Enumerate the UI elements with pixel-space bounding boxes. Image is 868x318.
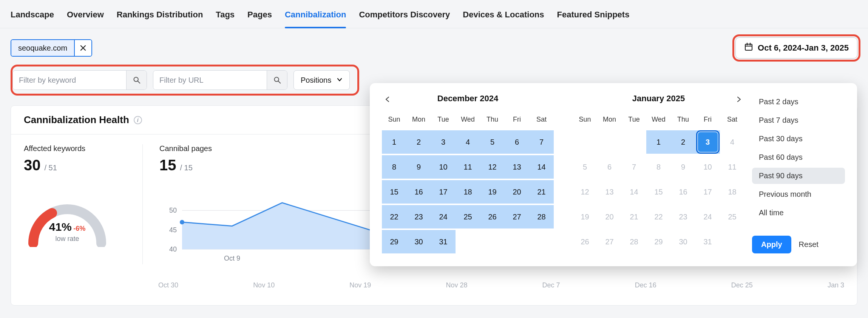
calendar-day: 22 xyxy=(646,205,671,228)
calendar-day[interactable]: 21 xyxy=(529,180,554,204)
search-icon[interactable] xyxy=(126,71,147,90)
calendar-dow: Wed xyxy=(456,113,480,129)
tab-featured-snippets[interactable]: Featured Snippets xyxy=(557,10,630,28)
date-preset[interactable]: Previous month xyxy=(752,186,845,202)
calendar-day[interactable]: 2 xyxy=(671,130,695,154)
calendar-day[interactable]: 9 xyxy=(406,155,431,179)
content-area: Cannibalization Health i Affected keywor… xyxy=(0,105,868,306)
calendar-day[interactable]: 26 xyxy=(480,205,505,228)
svg-text:40: 40 xyxy=(169,245,177,253)
xaxis-tick: Nov 28 xyxy=(446,281,467,289)
calendar-dow: Fri xyxy=(695,113,720,129)
calendar-dow: Wed xyxy=(646,113,671,129)
reset-button[interactable]: Reset xyxy=(799,240,819,249)
filter-keyword-input[interactable] xyxy=(13,71,126,90)
calendar-day[interactable]: 5 xyxy=(480,130,505,154)
date-range-label: Oct 6, 2024-Jan 3, 2025 xyxy=(758,43,849,53)
calendar-day[interactable]: 20 xyxy=(505,180,529,204)
calendar-day: 24 xyxy=(695,205,720,228)
calendar-day[interactable]: 14 xyxy=(529,155,554,179)
calendar-next-button[interactable] xyxy=(733,94,744,105)
calendar-day: 8 xyxy=(646,155,671,179)
filter-bar: Positions xyxy=(11,65,359,96)
positions-select[interactable]: Positions xyxy=(293,70,350,90)
kpi-sub: / 15 xyxy=(180,164,193,172)
calendar-day[interactable]: 17 xyxy=(431,180,456,204)
calendar-day: 14 xyxy=(622,180,646,204)
date-preset[interactable]: Past 30 days xyxy=(752,131,845,147)
calendar-day: 17 xyxy=(695,180,720,204)
svg-text:Oct 9: Oct 9 xyxy=(224,255,240,262)
calendar-day[interactable]: 18 xyxy=(456,180,480,204)
tab-competitors-discovery[interactable]: Competitors Discovery xyxy=(359,10,450,28)
calendar-day: 16 xyxy=(671,180,695,204)
search-icon[interactable] xyxy=(267,71,287,90)
tab-landscape[interactable]: Landscape xyxy=(11,10,54,28)
calendar-day[interactable]: 7 xyxy=(529,130,554,154)
calendar-day[interactable]: 22 xyxy=(382,205,406,228)
calendar-day[interactable]: 27 xyxy=(505,205,529,228)
calendar-prev-button[interactable] xyxy=(382,94,393,105)
calendar-day[interactable]: 25 xyxy=(456,205,480,228)
calendar-day[interactable]: 8 xyxy=(382,155,406,179)
svg-text:50: 50 xyxy=(169,207,177,214)
tab-tags[interactable]: Tags xyxy=(216,10,235,28)
date-preset[interactable]: Past 60 days xyxy=(752,149,845,165)
calendar-day[interactable]: 3 xyxy=(431,130,456,154)
calendar-day: 6 xyxy=(597,155,622,179)
calendar-day[interactable]: 29 xyxy=(382,230,406,253)
tab-cannibalization[interactable]: Cannibalization xyxy=(285,10,346,28)
calendar-day[interactable]: 28 xyxy=(529,205,554,228)
calendar-day: 5 xyxy=(573,155,597,179)
kpi-label: Affected keywords xyxy=(24,144,111,153)
calendar-day[interactable]: 19 xyxy=(480,180,505,204)
kpi-value: 15 xyxy=(159,157,176,174)
calendar-day[interactable]: 30 xyxy=(406,230,431,253)
calendar-day[interactable]: 15 xyxy=(382,180,406,204)
calendar-day: 27 xyxy=(597,230,622,253)
calendar-day[interactable]: 12 xyxy=(480,155,505,179)
calendar-dow: Tue xyxy=(431,113,456,129)
date-preset[interactable]: Past 2 days xyxy=(752,94,845,110)
domain-chip[interactable]: seoquake.com xyxy=(11,39,92,57)
calendar-day: 13 xyxy=(597,180,622,204)
calendar-day: 26 xyxy=(573,230,597,253)
calendar-day[interactable]: 11 xyxy=(456,155,480,179)
gauge-delta: -6% xyxy=(73,225,85,232)
xaxis-ghost: Oct 30Nov 10Nov 19Nov 28Dec 7Dec 16Dec 2… xyxy=(158,281,844,289)
calendar-day: 12 xyxy=(573,180,597,204)
filter-url xyxy=(153,70,287,90)
calendar-day[interactable]: 6 xyxy=(505,130,529,154)
calendar-day[interactable]: 24 xyxy=(431,205,456,228)
calendar-day[interactable]: 2 xyxy=(406,130,431,154)
date-preset[interactable]: Past 90 days xyxy=(752,168,845,184)
calendar-day: 11 xyxy=(720,155,744,179)
tab-rankings-distribution[interactable]: Rankings Distribution xyxy=(117,10,203,28)
calendar-dow: Tue xyxy=(622,113,646,129)
filter-url-input[interactable] xyxy=(153,71,267,90)
calendar-day[interactable]: 1 xyxy=(382,130,406,154)
calendar-day[interactable]: 4 xyxy=(456,130,480,154)
close-icon[interactable] xyxy=(74,40,91,56)
tab-pages[interactable]: Pages xyxy=(247,10,272,28)
calendar-day[interactable]: 10 xyxy=(431,155,456,179)
toolbar: seoquake.com Oct 6, 2024-Jan 3, 2025 xyxy=(0,28,868,62)
date-preset[interactable]: Past 7 days xyxy=(752,112,845,128)
tab-devices-locations[interactable]: Devices & Locations xyxy=(463,10,544,28)
calendar-day[interactable]: 13 xyxy=(505,155,529,179)
calendar-day[interactable]: 1 xyxy=(646,130,671,154)
calendar-day: 4 xyxy=(720,130,744,154)
date-preset[interactable]: All time xyxy=(752,205,845,221)
calendar-day[interactable]: 31 xyxy=(431,230,456,253)
calendar-dow: Mon xyxy=(597,113,622,129)
calendar-day[interactable]: 3 xyxy=(695,130,720,154)
calendar-dow: Thu xyxy=(671,113,695,129)
date-range-button[interactable]: Oct 6, 2024-Jan 3, 2025 xyxy=(735,37,857,59)
calendar-day[interactable]: 16 xyxy=(406,180,431,204)
info-icon[interactable]: i xyxy=(134,116,142,124)
apply-button[interactable]: Apply xyxy=(752,236,791,253)
domain-chip-label: seoquake.com xyxy=(11,40,74,56)
tab-overview[interactable]: Overview xyxy=(67,10,104,28)
calendar-dow: Thu xyxy=(480,113,505,129)
calendar-day[interactable]: 23 xyxy=(406,205,431,228)
